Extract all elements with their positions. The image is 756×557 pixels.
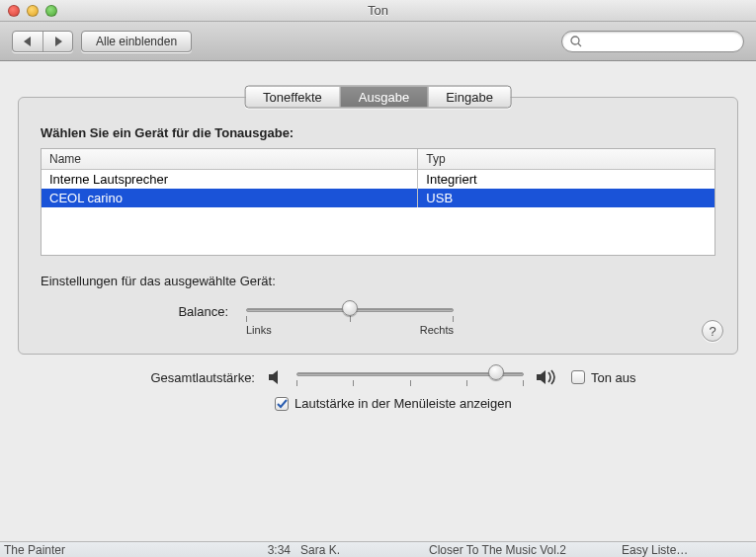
speaker-high-icon <box>536 368 559 386</box>
device-type: USB <box>418 189 714 207</box>
show-all-label: Alle einblenden <box>96 35 177 48</box>
show-all-button[interactable]: Alle einblenden <box>81 31 192 52</box>
tab-output[interactable]: Ausgabe <box>340 87 427 108</box>
show-in-menubar-checkbox-box[interactable] <box>275 397 289 411</box>
svg-marker-5 <box>537 370 546 384</box>
svg-point-2 <box>571 37 579 44</box>
help-button[interactable]: ? <box>702 320 723 342</box>
bg-col-artist: Sara K. <box>300 543 429 557</box>
traffic-lights <box>8 5 57 17</box>
forward-button[interactable] <box>42 32 72 51</box>
bg-col-title: The Painter <box>4 543 241 557</box>
sound-tabs: Toneffekte Ausgabe Eingabe <box>244 86 512 109</box>
settings-lead: Einstellungen für das ausgewählte Gerät: <box>41 274 715 288</box>
tab-input-label: Eingabe <box>446 90 493 105</box>
master-volume-slider-thumb[interactable] <box>488 364 504 380</box>
bg-col-genre: Easy Liste… <box>622 543 688 557</box>
balance-slider-thumb[interactable] <box>342 300 358 316</box>
nav-back-forward <box>12 31 73 52</box>
tab-sound-effects-label: Toneffekte <box>263 90 322 105</box>
search-field[interactable] <box>561 31 744 52</box>
device-row[interactable]: CEOL carino USB <box>42 189 714 207</box>
tab-output-label: Ausgabe <box>359 90 409 105</box>
svg-marker-1 <box>55 37 62 46</box>
background-app-row: The Painter 3:34 Sara K. Closer To The M… <box>0 541 756 557</box>
device-table-empty-area[interactable] <box>42 207 714 255</box>
zoom-window-button[interactable] <box>45 5 57 17</box>
minimize-window-button[interactable] <box>27 5 39 17</box>
back-button[interactable] <box>13 32 42 51</box>
svg-marker-4 <box>269 370 278 384</box>
svg-marker-0 <box>24 37 31 46</box>
show-in-menubar-checkbox[interactable]: Lautstärke in der Menüleiste anzeigen <box>275 396 512 411</box>
device-name: CEOL carino <box>42 189 418 207</box>
master-volume-label: Gesamtlautstärke: <box>117 370 255 385</box>
search-icon <box>570 36 582 47</box>
search-input[interactable] <box>588 35 735 48</box>
output-device-table: Name Typ Interne Lautsprecher Integriert… <box>41 148 715 256</box>
col-type[interactable]: Typ <box>418 149 714 169</box>
bg-col-album: Closer To The Music Vol.2 <box>429 543 622 557</box>
mute-checkbox[interactable]: Ton aus <box>571 370 636 385</box>
balance-right-label: Rechts <box>420 324 454 336</box>
balance-slider[interactable]: Links Rechts <box>246 304 454 336</box>
choose-device-lead: Wählen Sie ein Gerät für die Tonausgabe: <box>41 125 715 140</box>
tab-input[interactable]: Eingabe <box>427 87 511 108</box>
master-volume-area: Gesamtlautstärke: Ton aus <box>18 355 738 411</box>
window-title: Ton <box>57 3 699 18</box>
tab-sound-effects[interactable]: Toneffekte <box>245 87 340 108</box>
balance-label: Balance: <box>159 304 228 319</box>
bg-col-time: 3:34 <box>241 543 300 557</box>
device-type: Integriert <box>418 170 714 189</box>
svg-line-3 <box>578 43 581 46</box>
speaker-low-icon <box>267 368 285 386</box>
prefs-toolbar: Alle einblenden <box>0 22 756 61</box>
device-table-header: Name Typ <box>42 149 714 170</box>
device-row[interactable]: Interne Lautsprecher Integriert <box>42 170 714 189</box>
balance-left-label: Links <box>246 324 272 336</box>
master-volume-slider[interactable] <box>296 368 524 386</box>
device-name: Interne Lautsprecher <box>42 170 418 189</box>
show-in-menubar-label: Lautstärke in der Menüleiste anzeigen <box>294 396 512 411</box>
output-panel: Wählen Sie ein Gerät für die Tonausgabe:… <box>18 97 738 355</box>
window-titlebar: Ton <box>0 0 756 22</box>
mute-label: Ton aus <box>591 370 636 385</box>
close-window-button[interactable] <box>8 5 20 17</box>
mute-checkbox-box[interactable] <box>571 370 585 384</box>
col-name[interactable]: Name <box>42 149 418 169</box>
